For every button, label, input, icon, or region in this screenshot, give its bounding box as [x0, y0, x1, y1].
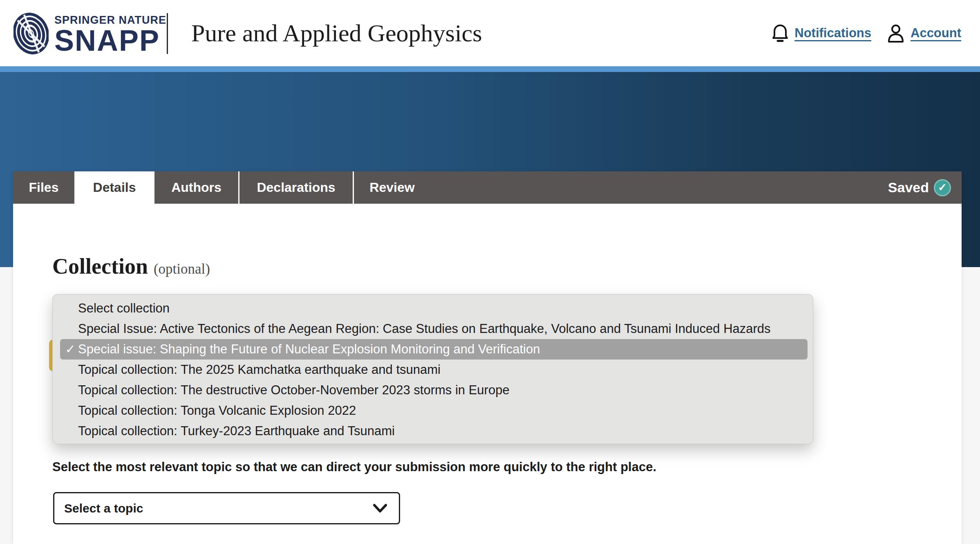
collection-heading: Collection(optional): [52, 255, 210, 277]
topic-help-text: Select the most relevant topic so that w…: [52, 460, 747, 474]
springer-nature-swirl-icon: [13, 12, 49, 55]
notifications-link[interactable]: Notifications: [772, 24, 871, 43]
tab-review[interactable]: Review: [353, 171, 430, 204]
collection-heading-title: Collection: [52, 254, 148, 279]
tab-declarations[interactable]: Declarations: [238, 171, 353, 204]
snapp-wordmark: SPRINGER NATURE SNAPP: [54, 12, 166, 54]
dropdown-option[interactable]: Select collection: [60, 298, 808, 319]
chevron-down-icon: [373, 504, 387, 513]
dropdown-option-selected[interactable]: ✓ Special issue: Shaping the Future of N…: [60, 339, 808, 360]
account-link[interactable]: Account: [887, 24, 961, 43]
app-header: SPRINGER NATURE SNAPP Pure and Applied G…: [0, 0, 980, 66]
saved-label: Saved: [888, 180, 929, 196]
collection-dropdown-menu: Select collection Special Issue: Active …: [52, 294, 813, 444]
bell-icon: [772, 24, 789, 43]
dropdown-option[interactable]: Topical collection: Tonga Volcanic Explo…: [60, 400, 808, 421]
account-label: Account: [911, 26, 961, 40]
header-nav: Notifications Account: [772, 0, 961, 66]
subheader-strip: [0, 66, 980, 72]
tab-files[interactable]: Files: [13, 171, 74, 204]
submission-tabbar: Files Details Authors Declarations Revie…: [13, 171, 962, 204]
topic-select-value: Select a topic: [64, 501, 143, 515]
notifications-label: Notifications: [794, 26, 871, 40]
person-icon: [887, 24, 905, 43]
topic-select[interactable]: Select a topic: [53, 492, 400, 524]
submission-card: Files Details Authors Declarations Revie…: [13, 171, 962, 544]
header-divider: [167, 13, 168, 54]
dropdown-option[interactable]: Topical collection: The 2025 Kamchatka e…: [60, 360, 808, 380]
saved-check-icon: ✓: [934, 179, 951, 196]
snapp-label: SNAPP: [54, 27, 166, 54]
dropdown-option-label: Special issue: Shaping the Future of Nuc…: [78, 342, 540, 356]
saved-status: Saved ✓: [888, 171, 951, 204]
snapp-logo[interactable]: SPRINGER NATURE SNAPP: [13, 12, 166, 55]
collection-heading-optional: (optional): [154, 261, 210, 277]
tab-authors[interactable]: Authors: [154, 171, 238, 204]
dropdown-option[interactable]: Topical collection: Turkey-2023 Earthqua…: [60, 421, 808, 441]
tab-details[interactable]: Details: [74, 171, 154, 204]
check-icon: ✓: [63, 339, 78, 360]
journal-title: Pure and Applied Geophysics: [191, 0, 482, 66]
dropdown-option[interactable]: Topical collection: The destructive Octo…: [60, 380, 808, 400]
dropdown-option[interactable]: Special Issue: Active Tectonics of the A…: [60, 319, 808, 339]
